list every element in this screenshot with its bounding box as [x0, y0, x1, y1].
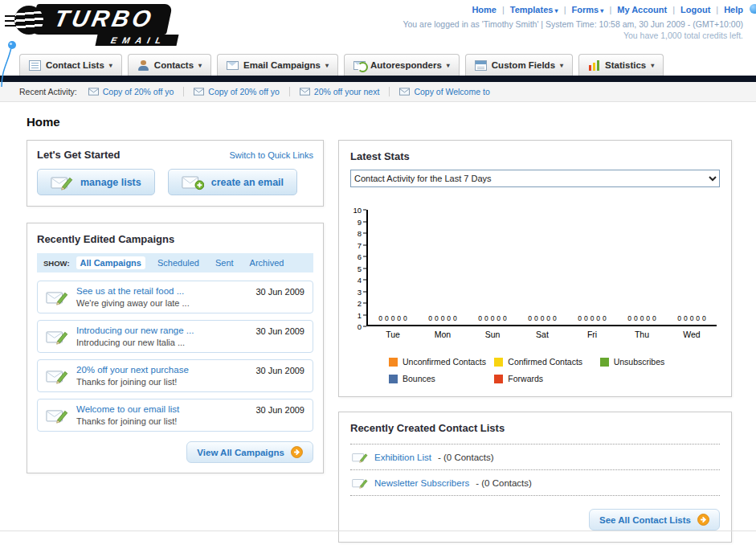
recent-activity-item[interactable]: Copy of 20% off yo — [194, 87, 290, 96]
bar-group-wed: 00000 — [667, 315, 717, 325]
bar-value-label: 0 — [696, 315, 700, 322]
chevron-down-icon: ▾ — [325, 62, 329, 69]
filter-sent[interactable]: Sent — [211, 256, 238, 269]
tab-contact-lists[interactable]: Contact Lists▾ — [19, 54, 122, 76]
bar-value-label: 0 — [590, 315, 595, 322]
get-started-panel: Let's Get Started Switch to Quick Links … — [27, 140, 324, 207]
campaign-text: See us at the retail food ...We're givin… — [76, 286, 247, 308]
y-tick-label: 6 — [358, 253, 366, 260]
main-content: Home Let's Get Started Switch to Quick L… — [0, 102, 756, 543]
bar-value-label: 0 — [640, 315, 644, 322]
campaign-date: 30 Jun 2009 — [255, 366, 304, 375]
legend-swatch — [389, 358, 398, 367]
autoresponders-icon — [353, 61, 366, 70]
bar-value-label: 0 — [534, 315, 538, 322]
stats-range-select[interactable]: Contact Activity for the Last 7 Days — [350, 170, 720, 187]
bar-value-label: 0 — [435, 315, 439, 322]
recent-activity-item[interactable]: 20% off your next — [300, 87, 390, 96]
y-tick-label: 5 — [358, 264, 366, 272]
chevron-down-icon: ▾ — [109, 62, 112, 69]
logo-antenna-decoration — [0, 39, 19, 88]
manage-lists-button[interactable]: manage lists — [37, 169, 155, 195]
envelope-icon — [194, 88, 204, 96]
create-email-button[interactable]: create an email — [168, 169, 297, 195]
recent-activity-item[interactable]: Copy of Welcome to — [399, 87, 499, 96]
tab-label: Autoresponders — [370, 60, 442, 70]
campaign-subtitle: Introducing our new Italia ... — [76, 338, 247, 347]
legend-label: Bounces — [403, 374, 435, 383]
recent-activity-item[interactable]: Copy of 20% off yo — [88, 87, 185, 96]
recent-activity-bar: Recent Activity: Copy of 20% off yoCopy … — [0, 82, 756, 102]
chart-plot: 00000000000000000000000000000000000 — [366, 210, 717, 326]
nav-separator: | — [672, 5, 675, 14]
utility-link-home[interactable]: Home — [472, 5, 497, 14]
see-all-contact-lists-button[interactable]: See All Contact Lists — [589, 509, 720, 531]
tab-custom-fields[interactable]: Custom Fields▾ — [465, 54, 573, 76]
tab-email-campaigns[interactable]: Email Campaigns▾ — [217, 54, 338, 76]
utility-link-forms[interactable]: Forms ▾ — [572, 5, 604, 14]
tab-autoresponders[interactable]: Autoresponders▾ — [344, 54, 460, 76]
recent-activity-label: Copy of Welcome to — [414, 87, 489, 96]
logo-subtitle: EMAIL — [96, 35, 179, 46]
campaign-item[interactable]: Introducing our new range ...Introducing… — [37, 320, 313, 353]
campaign-text: Introducing our new range ...Introducing… — [76, 326, 247, 347]
filter-all-campaigns[interactable]: All Campaigns — [76, 256, 145, 269]
utility-link-my-account[interactable]: My Account — [617, 5, 667, 14]
campaigns-panel: Recently Edited Campaigns SHOW: All Camp… — [27, 223, 324, 473]
bar-value-label: 0 — [646, 315, 650, 322]
chart-y-axis: 012345678910 — [350, 210, 366, 326]
see-all-contact-lists-label: See All Contact Lists — [599, 515, 691, 525]
campaign-filter-bar: SHOW: All CampaignsScheduledSentArchived — [37, 253, 313, 272]
contact-list-link[interactable]: Exhibition List — [374, 453, 431, 462]
campaign-item[interactable]: Welcome to our email listThanks for join… — [37, 399, 313, 432]
tab-label: Statistics — [605, 60, 646, 70]
x-tick-label: Thu — [617, 330, 667, 339]
utility-link-logout[interactable]: Logout — [680, 5, 710, 14]
bar-value-label: 0 — [584, 315, 588, 322]
y-tick-label: 7 — [358, 241, 366, 248]
switch-quick-links-link[interactable]: Switch to Quick Links — [229, 150, 313, 160]
contact-list-link[interactable]: Newsletter Subscribers — [374, 478, 469, 488]
tab-statistics[interactable]: Statistics▾ — [578, 54, 664, 76]
legend-swatch — [600, 358, 609, 367]
legend-swatch — [389, 375, 398, 383]
y-tick-label: 2 — [358, 300, 366, 307]
contact-list-row[interactable]: Exhibition List - (0 Contacts) — [350, 445, 720, 470]
bar-value-label: 0 — [428, 315, 432, 322]
envelope-pencil-icon — [46, 289, 68, 305]
chart-legend: Unconfirmed ContactsConfirmed ContactsUn… — [389, 357, 701, 383]
campaign-item[interactable]: 20% off your next purchaseThanks for joi… — [37, 359, 313, 392]
view-all-campaigns-button[interactable]: View All Campaigns — [186, 441, 313, 463]
tab-label: Contacts — [154, 60, 194, 70]
utility-link-help[interactable]: Help — [724, 5, 743, 14]
campaign-item[interactable]: See us at the retail food ...We're givin… — [37, 281, 313, 313]
tab-contacts[interactable]: Contacts▾ — [128, 54, 211, 76]
filter-scheduled[interactable]: Scheduled — [153, 256, 203, 269]
utility-nav-links: Home|Templates ▾|Forms ▾|My Account|Logo… — [403, 5, 743, 14]
contact-list-row[interactable]: Newsletter Subscribers - (0 Contacts) — [350, 470, 720, 496]
envelope-pencil-icon — [51, 174, 73, 191]
manage-lists-label: manage lists — [80, 177, 141, 188]
campaign-title-link[interactable]: Welcome to our email list — [76, 404, 247, 414]
custom-fields-icon — [475, 60, 487, 71]
envelope-icon — [300, 88, 310, 96]
recent-activity-label: Copy of 20% off yo — [103, 87, 174, 96]
corner-dot-decoration — [750, 4, 756, 14]
x-tick-label: Sat — [517, 330, 567, 339]
campaign-date: 30 Jun 2009 — [255, 326, 304, 336]
bar-value-label: 0 — [634, 315, 638, 322]
campaign-title-link[interactable]: See us at the retail food ... — [76, 286, 247, 296]
chevron-down-icon: ▾ — [560, 62, 563, 69]
nav-separator: | — [502, 5, 505, 14]
session-info: You are logged in as 'Timothy Smith' | S… — [403, 19, 743, 29]
bar-value-label: 0 — [553, 315, 557, 322]
x-tick-label: Fri — [567, 330, 617, 339]
bar-value-label: 0 — [397, 315, 401, 322]
bar-value-label: 0 — [403, 315, 407, 322]
campaign-title-link[interactable]: Introducing our new range ... — [76, 326, 247, 335]
tab-label: Custom Fields — [492, 60, 555, 70]
campaign-title-link[interactable]: 20% off your next purchase — [76, 365, 247, 375]
utility-link-templates[interactable]: Templates ▾ — [510, 5, 558, 14]
filter-archived[interactable]: Archived — [246, 256, 288, 269]
page-title: Home — [27, 115, 732, 129]
